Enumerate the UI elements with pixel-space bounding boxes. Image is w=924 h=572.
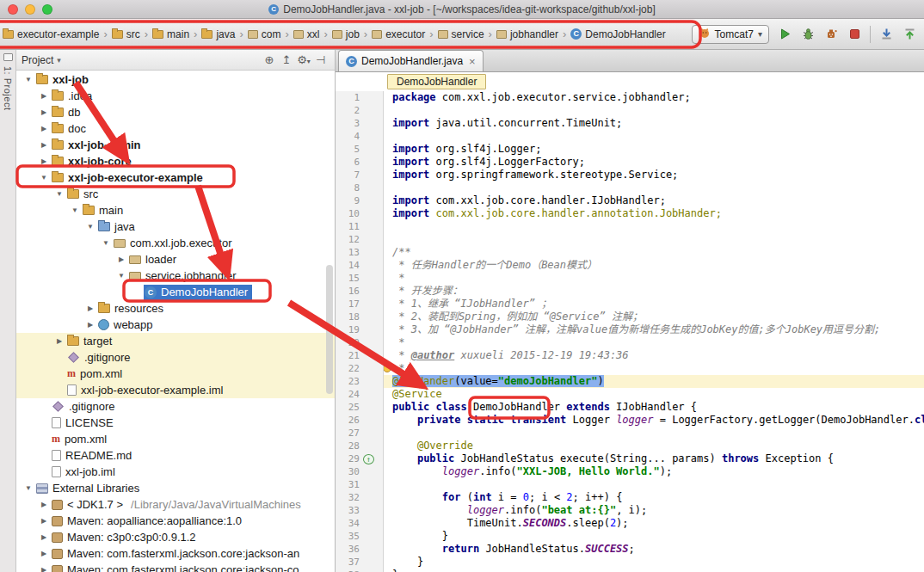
line-number[interactable]: 1 xyxy=(336,91,360,104)
code-line-14[interactable]: 14 * 任务Handler的一个Demo（Bean模式） xyxy=(336,259,924,272)
tree-item-DemoJobHandler[interactable]: CDemoJobHandler xyxy=(16,284,335,300)
line-number[interactable]: 21 xyxy=(336,349,360,362)
breadcrumb-item-src[interactable]: src xyxy=(111,27,141,42)
collapse-arrow-icon[interactable]: ▼ xyxy=(83,223,97,231)
line-number[interactable]: 27 xyxy=(336,427,360,440)
line-number[interactable]: 11 xyxy=(336,220,360,233)
gutter[interactable]: 20 xyxy=(336,336,384,349)
breadcrumb-item-com[interactable]: com xyxy=(247,27,282,42)
tree-item-webapp[interactable]: ▶webapp xyxy=(16,317,335,333)
line-number[interactable]: 2 xyxy=(336,104,360,117)
project-scrollbar[interactable] xyxy=(326,265,333,394)
breadcrumb-item-executor-example[interactable]: executor-example xyxy=(2,27,100,42)
code-line-8[interactable]: 8 xyxy=(336,181,924,194)
line-number[interactable]: 29 xyxy=(336,452,360,465)
code-line-text[interactable]: package com.xxl.job.executor.service.job… xyxy=(384,91,924,104)
expand-arrow-icon[interactable]: ▶ xyxy=(37,108,51,116)
code-line-36[interactable]: 36 return JobHandleStatus.SUCCESS; xyxy=(336,543,924,556)
code-line-text[interactable]: TimeUnit.SECONDS.sleep(2); xyxy=(384,517,924,530)
code-line-34[interactable]: 34 TimeUnit.SECONDS.sleep(2); xyxy=(336,517,924,530)
gutter[interactable]: 35 xyxy=(336,530,384,543)
line-number[interactable]: 32 xyxy=(336,491,360,504)
line-number[interactable]: 25 xyxy=(336,401,360,414)
code-line-text[interactable]: * @author xuxueli 2015-12-19 19:43:36 xyxy=(384,349,924,362)
gutter[interactable]: 24 xyxy=(336,388,384,401)
code-line-31[interactable]: 31 xyxy=(336,478,924,491)
line-number[interactable]: 9 xyxy=(336,194,360,207)
line-number[interactable]: 17 xyxy=(336,298,360,311)
code-line-23[interactable]: 23@JobHander(value="demoJobHandler") xyxy=(336,375,924,388)
gutter[interactable]: 28 xyxy=(336,440,384,452)
line-number[interactable]: 18 xyxy=(336,311,360,323)
chevron-down-icon[interactable]: ▾ xyxy=(57,56,61,65)
breadcrumb-item-xxl[interactable]: xxl xyxy=(293,27,321,42)
code-line-6[interactable]: 6import org.slf4j.LoggerFactory; xyxy=(336,156,924,169)
gutter[interactable]: 32 xyxy=(336,491,384,504)
tree-item-.gitignore[interactable]: .gitignore xyxy=(16,398,335,415)
tree-item-Maven: com.fasterxml.jackson.core:jackson-an[interactable]: ▶Maven: com.fasterxml.jackson.core:jacks… xyxy=(16,545,335,562)
tree-item-pom.xml[interactable]: mpom.xml xyxy=(16,366,335,382)
code-line-text[interactable]: } xyxy=(384,569,924,572)
code-line-text[interactable]: * xyxy=(384,272,924,285)
gutter[interactable]: 3 xyxy=(336,117,384,130)
coverage-button[interactable] xyxy=(823,27,839,42)
line-number[interactable]: 19 xyxy=(336,323,360,336)
line-number[interactable]: 36 xyxy=(336,543,360,556)
tree-item-Maven: c3p0:c3p0:0.9.1.2[interactable]: ▶Maven: c3p0:c3p0:0.9.1.2 xyxy=(16,529,335,545)
gutter[interactable]: 1 xyxy=(336,91,384,104)
code-line-18[interactable]: 18 * 2、装配到Spring，例如加 “@Service” 注解； xyxy=(336,311,924,323)
collapse-all-icon[interactable]: ↥ xyxy=(278,53,295,66)
line-number[interactable]: 16 xyxy=(336,285,360,298)
code-line-text[interactable]: * 2、装配到Spring，例如加 “@Service” 注解； xyxy=(384,311,924,323)
breadcrumb-item-service[interactable]: service xyxy=(437,27,485,42)
line-number[interactable]: 20 xyxy=(336,336,360,349)
line-number[interactable]: 10 xyxy=(336,207,360,220)
code-line-24[interactable]: 24@Service xyxy=(336,388,924,401)
code-line-4[interactable]: 4 xyxy=(336,130,924,143)
close-window-button[interactable] xyxy=(8,4,18,15)
tree-item-xxl-job-core[interactable]: ▶xxl-job-core xyxy=(16,153,335,169)
code-line-text[interactable]: */ xyxy=(384,362,924,375)
line-number[interactable]: 23 xyxy=(336,375,360,388)
code-line-11[interactable]: 11 xyxy=(336,220,924,233)
gutter[interactable]: 15 xyxy=(336,272,384,285)
expand-arrow-icon[interactable]: ▶ xyxy=(37,125,51,132)
tree-item-xxl-job-executor-example[interactable]: ▼xxl-job-executor-example xyxy=(16,169,335,186)
locate-icon[interactable]: ⊕ xyxy=(261,53,278,66)
breadcrumb-item-jobhandler[interactable]: jobhandler xyxy=(496,27,559,42)
code-line-25[interactable]: 25public class DemoJobHandler extends IJ… xyxy=(336,401,924,414)
gutter[interactable]: 22 xyxy=(336,362,384,375)
gutter[interactable]: 5 xyxy=(336,143,384,156)
gutter[interactable]: 13 xyxy=(336,246,384,259)
code-line-text[interactable]: * 3、加 “@JobHander” 注解，注解value值为新增任务生成的Jo… xyxy=(384,323,924,336)
code-line-text[interactable]: @JobHander(value="demoJobHandler") xyxy=(384,375,924,388)
line-number[interactable]: 13 xyxy=(336,246,360,259)
line-number[interactable]: 22 xyxy=(336,362,360,375)
code-line-text[interactable]: logger.info("XXL-JOB, Hello World."); xyxy=(384,465,924,478)
tree-item-resources[interactable]: ▶resources xyxy=(16,300,335,317)
gutter[interactable]: 19 xyxy=(336,323,384,336)
line-number[interactable]: 6 xyxy=(336,156,360,169)
code-line-text[interactable]: import java.util.concurrent.TimeUnit; xyxy=(384,117,924,130)
collapse-arrow-icon[interactable]: ▼ xyxy=(37,174,51,181)
tree-item-Maven: aopalliance:aopalliance:1.0[interactable]: ▶Maven: aopalliance:aopalliance:1.0 xyxy=(16,513,335,529)
breadcrumb-item-main[interactable]: main xyxy=(151,27,190,42)
code-line-text[interactable]: import org.slf4j.Logger; xyxy=(384,143,924,156)
gutter[interactable]: 34 xyxy=(336,517,384,530)
vcs-update-button[interactable] xyxy=(878,27,894,42)
line-number[interactable]: 30 xyxy=(336,465,360,478)
code-line-33[interactable]: 33 logger.info("beat at:{}", i); xyxy=(336,504,924,517)
code-line-7[interactable]: 7import org.springframework.stereotype.S… xyxy=(336,169,924,181)
code-line-1[interactable]: 1package com.xxl.job.executor.service.jo… xyxy=(336,91,924,104)
code-line-text[interactable]: logger.info("beat at:{}", i); xyxy=(384,504,924,517)
tree-item-Maven: com.fasterxml.jackson.core:jackson-co[interactable]: ▶Maven: com.fasterxml.jackson.core:jacks… xyxy=(16,562,335,572)
code-line-12[interactable]: 12 xyxy=(336,233,924,246)
run-configuration-select[interactable]: Tomcat7 ▾ xyxy=(692,25,769,44)
code-line-19[interactable]: 19 * 3、加 “@JobHander” 注解，注解value值为新增任务生成… xyxy=(336,323,924,336)
code-line-9[interactable]: 9import com.xxl.job.core.handler.IJobHan… xyxy=(336,194,924,207)
zoom-window-button[interactable] xyxy=(42,4,52,15)
code-line-text[interactable]: * 开发步骤： xyxy=(384,285,924,298)
close-tab-icon[interactable]: × xyxy=(469,55,476,68)
expand-arrow-icon[interactable]: ▶ xyxy=(37,157,51,165)
line-number[interactable]: 12 xyxy=(336,233,360,246)
